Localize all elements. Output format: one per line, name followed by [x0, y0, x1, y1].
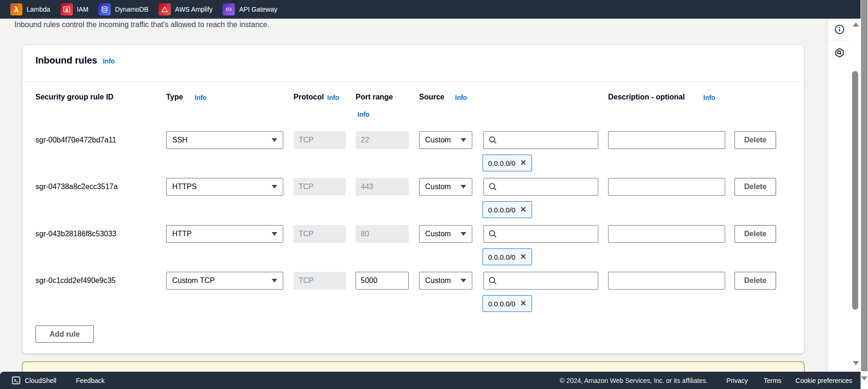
- type-select-value: SSH: [172, 136, 188, 144]
- privacy-link[interactable]: Privacy: [727, 377, 748, 384]
- type-select[interactable]: HTTP: [166, 225, 283, 243]
- source-select-value: Custom: [425, 183, 451, 191]
- source-cidr-value: 0.0.0.0/0: [488, 300, 515, 308]
- source-cidr-chip: 0.0.0.0/0 ✕: [483, 155, 532, 171]
- source-info-link[interactable]: Info: [455, 94, 467, 101]
- remove-source-icon[interactable]: ✕: [520, 300, 526, 307]
- chevron-down-icon: [461, 185, 466, 189]
- content-scrollbar-thumb[interactable]: [852, 71, 858, 310]
- header-protocol: Protocol: [294, 93, 324, 101]
- copyright-text: © 2024, Amazon Web Services, Inc. or its…: [560, 377, 707, 384]
- source-search-input[interactable]: [483, 272, 598, 290]
- favorite-dynamodb[interactable]: DynamoDB: [98, 3, 148, 15]
- delete-rule-button[interactable]: Delete: [735, 225, 776, 243]
- description-input[interactable]: [608, 131, 725, 149]
- source-cidr-chip: 0.0.0.0/0 ✕: [483, 248, 532, 265]
- type-select[interactable]: Custom TCP: [166, 272, 283, 290]
- scroll-down-arrow-icon[interactable]: [853, 361, 859, 365]
- remove-source-icon[interactable]: ✕: [520, 159, 526, 167]
- source-search-input[interactable]: [483, 131, 598, 149]
- window-scrollbar[interactable]: [861, 0, 868, 389]
- cloudshell-label: CloudShell: [25, 377, 56, 384]
- cloudshell-button[interactable]: CloudShell: [11, 375, 56, 385]
- source-select[interactable]: Custom: [419, 131, 472, 149]
- favorite-aws-amplify[interactable]: AWS Amplify: [159, 3, 212, 15]
- port-range-input: [356, 225, 409, 243]
- dynamodb-icon: [98, 3, 111, 15]
- port-range-input[interactable]: [356, 272, 409, 290]
- source-search-box: [483, 225, 598, 243]
- rule-id-value: sgr-04738a8c2ecc3517a: [35, 178, 118, 196]
- type-select[interactable]: SSH: [166, 131, 283, 149]
- chevron-down-icon: [461, 138, 466, 142]
- type-select[interactable]: HTTPS: [166, 178, 283, 196]
- inbound-rules-panel: Inbound rules Info Security group rule I…: [22, 44, 805, 354]
- favorite-lambda[interactable]: λ Lambda: [10, 3, 50, 15]
- protocol-input: [294, 272, 346, 290]
- chevron-down-icon: [461, 232, 466, 236]
- delete-rule-button[interactable]: Delete: [735, 272, 776, 290]
- favorite-iam[interactable]: IAM: [61, 3, 89, 15]
- description-input[interactable]: [608, 178, 725, 196]
- add-rule-button[interactable]: Add rule: [35, 325, 94, 343]
- footer-right: © 2024, Amazon Web Services, Inc. or its…: [560, 377, 852, 384]
- header-type: Type: [166, 93, 183, 101]
- cloudshell-icon: [11, 375, 21, 385]
- protocol-info-link[interactable]: Info: [327, 94, 339, 101]
- source-select[interactable]: Custom: [419, 178, 472, 196]
- feedback-link[interactable]: Feedback: [76, 377, 105, 384]
- source-select-value: Custom: [425, 276, 451, 285]
- type-info-link[interactable]: Info: [195, 94, 207, 101]
- source-select[interactable]: Custom: [419, 225, 472, 243]
- api-gateway-icon: [223, 3, 235, 15]
- type-select-value: HTTP: [172, 230, 192, 238]
- rule-id-value: sgr-00b4f70e472bd7a11: [35, 131, 116, 149]
- favorite-label: AWS Amplify: [175, 6, 212, 13]
- description-info-link[interactable]: Info: [703, 94, 715, 101]
- scroll-up-arrow-icon[interactable]: [853, 22, 859, 27]
- type-select-value: HTTPS: [172, 183, 196, 191]
- aws-amplify-icon: [159, 3, 171, 15]
- port-range-input: [356, 178, 409, 196]
- delete-rule-button[interactable]: Delete: [735, 178, 776, 196]
- source-select[interactable]: Custom: [419, 272, 472, 290]
- protocol-input: [294, 131, 346, 149]
- panel-info-link[interactable]: Info: [103, 57, 115, 65]
- inbound-rules-description-text: Inbound rules control the incoming traff…: [14, 21, 269, 29]
- chevron-down-icon: [272, 232, 277, 236]
- resource-explorer-button[interactable]: [834, 47, 845, 58]
- source-cidr-chip: 0.0.0.0/0 ✕: [483, 295, 532, 312]
- type-select-value: Custom TCP: [172, 276, 215, 285]
- content-scrollbar[interactable]: [851, 19, 861, 372]
- info-circle-icon: [834, 24, 845, 35]
- remove-source-icon[interactable]: ✕: [520, 206, 526, 213]
- header-description: Description - optional: [608, 93, 685, 101]
- rule-id-value: sgr-043b28186f8c53033: [35, 225, 116, 243]
- rule-id-value: sgr-0c1cdd2ef490e9c35: [35, 272, 116, 290]
- info-panel-button[interactable]: [834, 24, 845, 35]
- terms-link[interactable]: Terms: [763, 377, 781, 384]
- window-scroll-down-icon[interactable]: [861, 376, 868, 381]
- chevron-down-icon: [461, 279, 466, 283]
- right-tool-strip: [827, 19, 851, 372]
- protocol-input: [294, 178, 346, 196]
- favorite-api-gateway[interactable]: API Gateway: [223, 3, 277, 15]
- header-source: Source: [419, 93, 444, 101]
- chevron-down-icon: [272, 185, 277, 189]
- description-input[interactable]: [608, 225, 725, 243]
- chevron-down-icon: [272, 138, 277, 142]
- window-scrollbar-thumb[interactable]: [861, 0, 868, 371]
- source-search-input[interactable]: [483, 178, 598, 196]
- port-range-info-link[interactable]: Info: [357, 111, 370, 118]
- source-cidr-value: 0.0.0.0/0: [488, 253, 515, 261]
- source-cidr-chip: 0.0.0.0/0 ✕: [483, 201, 532, 218]
- source-search-input[interactable]: [483, 225, 598, 243]
- favorite-label: DynamoDB: [115, 6, 148, 13]
- source-cidr-value: 0.0.0.0/0: [488, 159, 515, 167]
- description-input[interactable]: [608, 272, 725, 290]
- cookie-preferences-link[interactable]: Cookie preferences: [796, 377, 852, 384]
- remove-source-icon[interactable]: ✕: [520, 253, 526, 261]
- delete-rule-button[interactable]: Delete: [735, 131, 776, 149]
- aws-console-page: λ Lambda IAM DynamoDB: [0, 0, 868, 389]
- panel-header: Inbound rules Info: [35, 55, 115, 66]
